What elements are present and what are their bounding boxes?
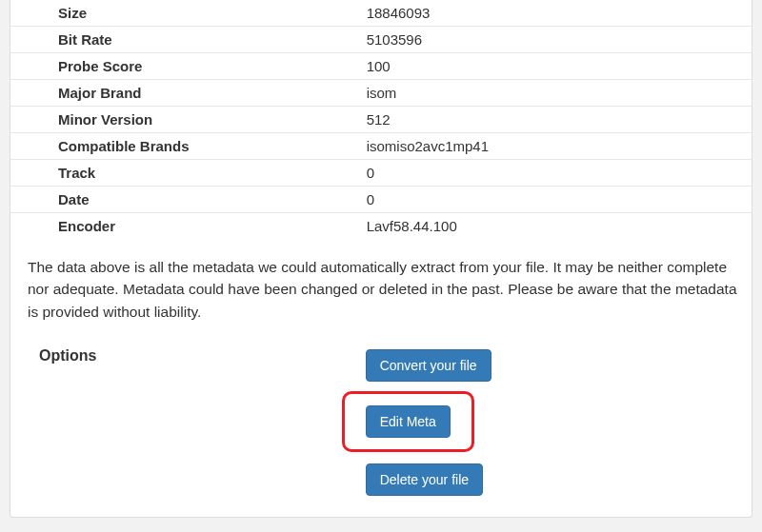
metadata-label: Minor Version [10,107,359,133]
table-row: Bit Rate 5103596 [10,27,752,53]
table-row: Major Brand isom [10,80,752,107]
metadata-label: Encoder [10,213,359,240]
metadata-disclaimer: The data above is all the metadata we co… [28,256,742,323]
metadata-value: 100 [359,53,752,80]
table-row: Size 18846093 [10,0,752,27]
metadata-label: Date [10,187,359,213]
annotation-highlight: Edit Meta [342,391,474,452]
table-row: Probe Score 100 [10,53,752,80]
metadata-panel: Size 18846093 Bit Rate 5103596 Probe Sco… [10,0,752,518]
options-row: Options Convert your file Edit Meta Dele… [10,347,752,498]
metadata-label: Major Brand [10,80,359,107]
options-buttons: Convert your file Edit Meta Delete your … [359,347,491,498]
convert-file-button[interactable]: Convert your file [366,349,491,382]
metadata-label: Track [10,160,359,187]
metadata-value: Lavf58.44.100 [359,213,752,240]
edit-meta-button[interactable]: Edit Meta [366,405,451,438]
table-row: Encoder Lavf58.44.100 [10,213,752,240]
metadata-value: isom [359,80,752,107]
delete-file-button[interactable]: Delete your file [366,463,483,496]
metadata-value: 18846093 [359,0,752,27]
metadata-value: 512 [359,107,752,133]
metadata-label: Probe Score [10,53,359,80]
table-row: Track 0 [10,160,752,187]
metadata-value: 0 [359,160,752,187]
metadata-label: Bit Rate [10,27,359,53]
metadata-label: Compatible Brands [10,133,359,160]
metadata-label: Size [10,0,359,27]
metadata-value: 0 [359,187,752,213]
table-row: Date 0 [10,187,752,213]
metadata-value: isomiso2avc1mp41 [359,133,752,160]
metadata-value: 5103596 [359,27,752,53]
options-heading: Options [10,347,359,498]
table-row: Compatible Brands isomiso2avc1mp41 [10,133,752,160]
metadata-table: Size 18846093 Bit Rate 5103596 Probe Sco… [10,0,752,239]
table-row: Minor Version 512 [10,107,752,133]
